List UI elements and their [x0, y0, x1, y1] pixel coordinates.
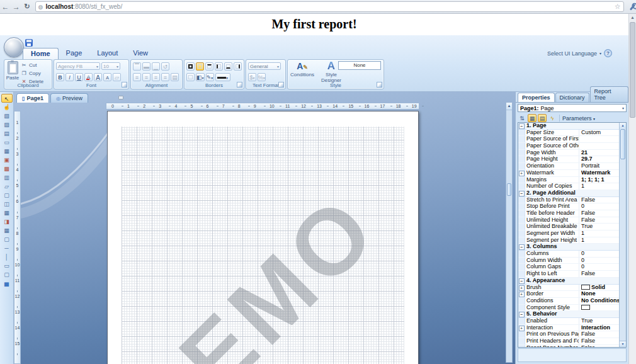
fill-color-button[interactable]: ◧▾ — [196, 73, 205, 81]
property-row[interactable]: Columns0 — [518, 251, 620, 258]
property-value[interactable]: False — [579, 271, 620, 277]
property-value[interactable]: True — [579, 318, 620, 324]
shape-component[interactable]: ▱ — [1, 182, 13, 191]
font-color-button[interactable]: A — [84, 73, 93, 81]
vertical-line-primitive[interactable]: │ — [1, 253, 13, 261]
sort-alphabetical-button[interactable]: ⇅ — [518, 114, 526, 122]
italic-button[interactable]: I — [65, 73, 74, 81]
clear-format-button[interactable]: ▱ — [113, 73, 121, 81]
property-value[interactable]: False — [579, 331, 620, 338]
tab-layout[interactable]: Layout — [89, 48, 125, 59]
reload-button[interactable]: ↻ — [21, 3, 32, 11]
expand-icon[interactable]: + — [519, 326, 525, 331]
property-value[interactable]: 21 — [579, 150, 620, 156]
property-row[interactable]: Column Gaps0 — [518, 264, 620, 271]
dialog-launcher-icon[interactable] — [122, 82, 127, 88]
property-row[interactable]: Title before HeaderFalse — [518, 210, 620, 217]
border-bottom-button[interactable] — [224, 62, 232, 71]
property-value[interactable] — [579, 305, 620, 310]
bar-code-component[interactable]: ▥ — [1, 173, 13, 182]
dialog-launcher-icon[interactable] — [278, 82, 284, 88]
text-component[interactable]: ▭ — [1, 138, 13, 147]
properties-view-button[interactable]: ▤ — [538, 114, 547, 122]
property-value[interactable]: Custom — [579, 130, 620, 136]
property-row[interactable]: Reset Page NumberFalse — [518, 345, 620, 347]
rounded-rectangle-primitive[interactable]: ▢ — [1, 235, 13, 244]
save-button[interactable] — [25, 39, 33, 47]
property-value[interactable]: False — [579, 197, 620, 203]
currency-format-button[interactable]: $▾ — [248, 73, 256, 81]
tab-report-tree[interactable]: Report Tree — [590, 86, 628, 102]
property-row[interactable]: Print on Previous PageFalse — [518, 331, 620, 338]
property-value[interactable]: 0 — [579, 264, 620, 270]
clipboard-tool[interactable]: ▤ — [1, 129, 13, 138]
rectangle-primitive[interactable]: ▭ — [1, 261, 13, 270]
scrollbar-thumb[interactable] — [630, 22, 635, 118]
property-value[interactable]: False — [579, 345, 620, 347]
bold-button[interactable]: B — [56, 73, 64, 81]
property-section-header[interactable]: −4. Appearance — [518, 278, 620, 285]
property-row[interactable]: Page Height29.7 — [518, 156, 620, 163]
tab-home[interactable]: Home — [23, 48, 59, 59]
property-value[interactable]: Portrait — [579, 163, 620, 169]
tab-properties[interactable]: Properties — [518, 93, 555, 102]
property-section-header[interactable]: −1. Page — [518, 123, 620, 130]
property-value[interactable]: 1 — [579, 230, 620, 237]
panel-component[interactable]: ▢ — [1, 191, 13, 200]
selected-object-combo[interactable]: Page1: Page ▾ — [518, 104, 627, 112]
property-value[interactable]: Watermark — [579, 170, 620, 176]
collapse-icon[interactable]: − — [519, 191, 525, 196]
workspace-scrollbar[interactable]: ▲ — [506, 102, 513, 363]
text-rotate-button[interactable]: ↺ — [161, 62, 169, 71]
property-value[interactable]: 1; 1; 1; 1 — [579, 177, 620, 183]
style-selector[interactable]: None — [338, 61, 381, 70]
align-left-button[interactable]: ≡ — [133, 73, 141, 81]
property-row[interactable]: Stretch to Print AreaFalse — [518, 197, 620, 204]
hand-tool[interactable]: ☝ — [1, 103, 13, 111]
property-row[interactable]: +InteractionInteraction — [518, 325, 620, 332]
collapse-icon[interactable]: − — [519, 123, 525, 129]
forward-button[interactable]: → — [11, 3, 21, 11]
horizontal-line-primitive[interactable]: ─ — [1, 244, 13, 253]
property-value[interactable]: False — [579, 210, 620, 217]
property-row[interactable]: Column Width0 — [518, 258, 620, 264]
word-wrap-button[interactable]: ▤ — [171, 73, 179, 81]
report-page-canvas[interactable]: DEMO — [107, 111, 419, 364]
application-orb-button[interactable] — [4, 37, 24, 57]
property-value[interactable]: False — [579, 217, 620, 224]
collapse-icon[interactable]: − — [519, 312, 525, 317]
expand-icon[interactable]: + — [519, 292, 525, 297]
property-row[interactable]: Unlimited HeightFalse — [518, 217, 620, 224]
help-button[interactable]: ? — [604, 49, 612, 57]
scroll-up-icon[interactable]: ▲ — [620, 123, 626, 128]
property-row[interactable]: +WatermarkWatermark — [518, 170, 620, 177]
rich-text-component[interactable]: ▣ — [1, 156, 13, 164]
image-component[interactable]: ▩ — [1, 164, 13, 173]
border-color-button[interactable]: ✎▾ — [206, 73, 214, 81]
property-row[interactable]: Print Headers and FootFalse — [518, 338, 620, 345]
property-section-header[interactable]: −2. Page Additional — [518, 190, 620, 197]
property-value[interactable]: 0 — [579, 258, 620, 264]
text-in-cells-component[interactable]: ▦ — [1, 147, 13, 156]
property-value[interactable]: Solid — [579, 285, 620, 291]
property-row[interactable]: ConditionsNo Conditions — [518, 298, 620, 305]
tab-preview[interactable]: ◎ Preview — [50, 93, 88, 103]
property-value[interactable]: 0 — [579, 251, 620, 257]
align-middle-button[interactable]: ▬ — [142, 62, 150, 71]
border-none-button[interactable] — [196, 62, 204, 71]
font-family-combo[interactable]: Agency FB▾ — [56, 62, 100, 70]
property-value[interactable]: None — [579, 291, 620, 297]
copy-style-tool[interactable]: ▧ — [1, 111, 13, 120]
scroll-up-icon[interactable]: ▲ — [506, 103, 512, 110]
language-selector[interactable]: Select UI Language ▾ ? — [547, 49, 612, 57]
sub-report-component[interactable]: ◫ — [1, 200, 13, 208]
text-format-general-button[interactable]: General▾ — [248, 62, 281, 70]
align-center-button[interactable]: ≡ — [142, 73, 150, 81]
format-painter-tool[interactable]: ▨ — [1, 120, 13, 129]
wrench-menu-icon[interactable] — [628, 3, 636, 11]
align-right-button[interactable]: ≡ — [152, 73, 160, 81]
tab-page1[interactable]: ▯ Page1 — [16, 93, 49, 103]
picture-component[interactable]: ◨ — [1, 217, 13, 226]
grow-font-button[interactable]: A — [94, 73, 102, 81]
copy-button[interactable]: ❐Copy — [21, 69, 43, 77]
